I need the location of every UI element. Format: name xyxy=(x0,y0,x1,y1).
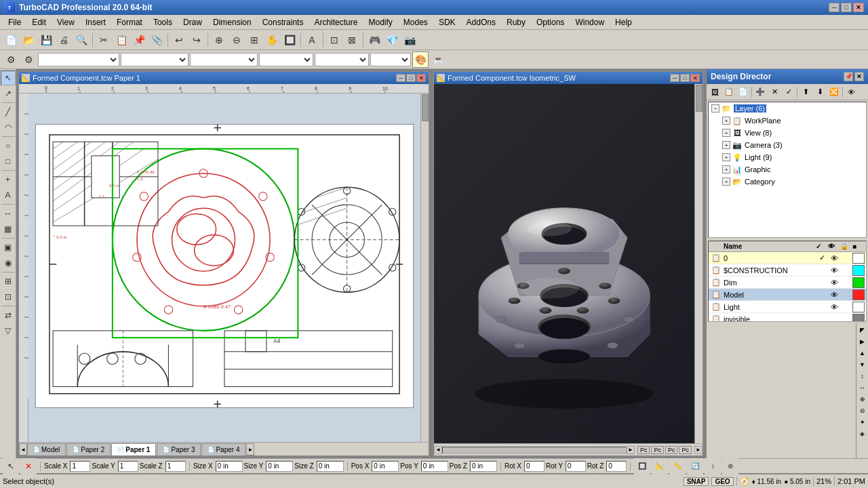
scroll-thumb-v-right[interactable] xyxy=(696,85,703,112)
select-tool[interactable]: ↖ xyxy=(1,70,16,85)
snap-button[interactable]: ⊡ xyxy=(326,32,342,48)
dd-properties-btn[interactable]: 📄 xyxy=(736,85,750,99)
rt-btn-2[interactable]: ▶ xyxy=(857,336,868,347)
settings2-button[interactable]: ⚙ xyxy=(20,52,37,68)
mode-btn-2[interactable]: 📐 xyxy=(652,458,668,474)
cad-restore-left[interactable]: □ xyxy=(406,74,416,82)
undo-button[interactable]: ↩ xyxy=(171,32,187,48)
layer-eye-invisible[interactable] xyxy=(828,313,840,323)
zoom-fit-button[interactable]: ⊕ xyxy=(211,32,227,48)
tree-expander-view[interactable]: + xyxy=(722,129,730,137)
layer-eye-model[interactable]: 👁 xyxy=(828,289,840,301)
cad-canvas-right[interactable] xyxy=(434,84,694,443)
menu-sdk[interactable]: SDK xyxy=(433,16,461,28)
scale-z-input[interactable] xyxy=(165,461,186,472)
hatch-tool[interactable]: ▦ xyxy=(1,222,16,237)
zoom-out-button[interactable]: ⊖ xyxy=(229,32,245,48)
view-tab-sw[interactable]: Pc xyxy=(637,446,650,454)
layer-check-0[interactable]: ✓ xyxy=(816,252,828,264)
size-z-input[interactable] xyxy=(317,461,344,472)
print-button[interactable]: 🖨 xyxy=(56,32,72,48)
paste-special-button[interactable]: 📎 xyxy=(149,32,165,48)
tree-item-layer[interactable]: − 📁 Layer (6) xyxy=(709,102,866,115)
geo-indicator[interactable]: GEO xyxy=(711,477,733,486)
tree-item-workplane[interactable]: + 📋 WorkPlane xyxy=(709,115,866,127)
mode-btn-6[interactable]: ⊕ xyxy=(722,458,738,474)
size-y-input[interactable] xyxy=(266,461,293,472)
layer-check-light[interactable] xyxy=(816,301,828,313)
rt-btn-7[interactable]: ⊕ xyxy=(857,394,868,405)
cad-close-left[interactable]: ✕ xyxy=(416,74,426,82)
save-button[interactable]: 💾 xyxy=(38,32,54,48)
tree-expander-category[interactable]: + xyxy=(722,178,730,186)
scrollbar-h-right[interactable] xyxy=(442,447,627,453)
tree-item-graphic[interactable]: + 📊 Graphic xyxy=(709,163,866,176)
circle-tool[interactable]: ○ xyxy=(1,138,16,153)
dd-delete-btn[interactable]: ✕ xyxy=(768,85,781,99)
deselect-btn[interactable]: ✕ xyxy=(20,458,37,474)
scroll-left-arrow-right[interactable]: ◄ xyxy=(434,446,442,454)
layer-eye-dim[interactable]: 👁 xyxy=(828,277,840,289)
layer-check-model[interactable] xyxy=(816,289,828,301)
maximize-button[interactable]: □ xyxy=(841,3,852,12)
menu-draw[interactable]: Draw xyxy=(178,16,208,28)
cad-restore-right[interactable]: □ xyxy=(680,74,690,82)
color-combo[interactable] xyxy=(315,53,369,66)
rot-y-input[interactable] xyxy=(566,461,586,472)
layer-check-invisible[interactable] xyxy=(816,313,828,323)
menu-help[interactable]: Help xyxy=(610,16,637,28)
view-tab-se[interactable]: Pc xyxy=(665,446,678,454)
redo-button[interactable]: ↪ xyxy=(189,32,205,48)
cut-button[interactable]: ✂ xyxy=(96,32,112,48)
style-combo[interactable] xyxy=(121,53,189,66)
arrow-tool[interactable]: ⇄ xyxy=(1,308,16,323)
tab-scroll-right[interactable]: ► xyxy=(246,443,254,455)
scroll-right-arrow-right[interactable]: ► xyxy=(627,446,635,454)
menu-dimension[interactable]: Dimension xyxy=(208,16,257,28)
rt-btn-5[interactable]: ↕ xyxy=(857,371,868,382)
grid-tool[interactable]: ⊞ xyxy=(1,274,16,289)
linetype-combo[interactable] xyxy=(190,53,258,66)
dd-move-down-btn[interactable]: ⬇ xyxy=(813,85,827,99)
snap-mode[interactable]: ⊡ xyxy=(1,289,16,304)
menu-modify[interactable]: Modify xyxy=(363,16,397,28)
menu-window[interactable]: Window xyxy=(570,16,610,28)
add-tool[interactable]: + xyxy=(1,172,16,187)
tree-item-light[interactable]: + 💡 Light (9) xyxy=(709,151,866,163)
line-tool[interactable]: ╱ xyxy=(1,104,16,119)
text-button[interactable]: A xyxy=(304,32,320,48)
view3d-button[interactable]: 🎮 xyxy=(366,32,382,48)
cad-close-right[interactable]: ✕ xyxy=(690,74,700,82)
scroll-end-right[interactable]: ► xyxy=(694,446,703,454)
cad-minimize-left[interactable]: ─ xyxy=(396,74,406,82)
scrollbar-vertical-left[interactable] xyxy=(420,94,429,442)
pointer-tool[interactable]: ↗ xyxy=(1,86,16,101)
dd-close-button[interactable]: ✕ xyxy=(854,72,864,81)
view-tab-ne[interactable]: Pc xyxy=(651,446,664,454)
tab-paper2[interactable]: 📄 Paper 2 xyxy=(66,443,111,455)
layer-row-construction[interactable]: 📋 $CONSTRUCTION 👁 xyxy=(709,264,866,277)
snap-indicator[interactable]: SNAP xyxy=(684,477,709,486)
menu-tools[interactable]: Tools xyxy=(148,16,178,28)
tree-item-category[interactable]: + 📂 Category xyxy=(709,176,866,188)
layer-row-light[interactable]: 📋 Light 👁 xyxy=(709,301,866,313)
menu-edit[interactable]: Edit xyxy=(26,16,52,28)
down-tool[interactable]: ▽ xyxy=(1,323,16,338)
dd-pin-button[interactable]: 📌 xyxy=(844,72,853,81)
lineweight-combo[interactable] xyxy=(259,53,313,66)
rect-tool[interactable]: □ xyxy=(1,154,16,169)
pos-x-input[interactable] xyxy=(372,461,399,472)
render-button[interactable]: 💎 xyxy=(384,32,400,48)
tab-paper1[interactable]: 📄 Paper 1 xyxy=(111,443,156,455)
menu-addons[interactable]: AddOns xyxy=(461,16,501,28)
tab-paper3[interactable]: 📄 Paper 3 xyxy=(157,443,201,455)
open-button[interactable]: 📂 xyxy=(20,32,37,48)
layer-row-invisible[interactable]: 📋 invisible xyxy=(709,313,866,322)
zoom-window-button[interactable]: 🔲 xyxy=(281,32,298,48)
layer-row-model[interactable]: 📋 Model 👁 xyxy=(709,289,866,301)
zoom-combo[interactable] xyxy=(370,53,411,66)
menu-file[interactable]: File xyxy=(3,16,26,28)
print-preview-button[interactable]: 🔍 xyxy=(73,32,90,48)
menu-architecture[interactable]: Architecture xyxy=(309,16,363,28)
scroll-thumb-v-left[interactable] xyxy=(422,94,429,121)
